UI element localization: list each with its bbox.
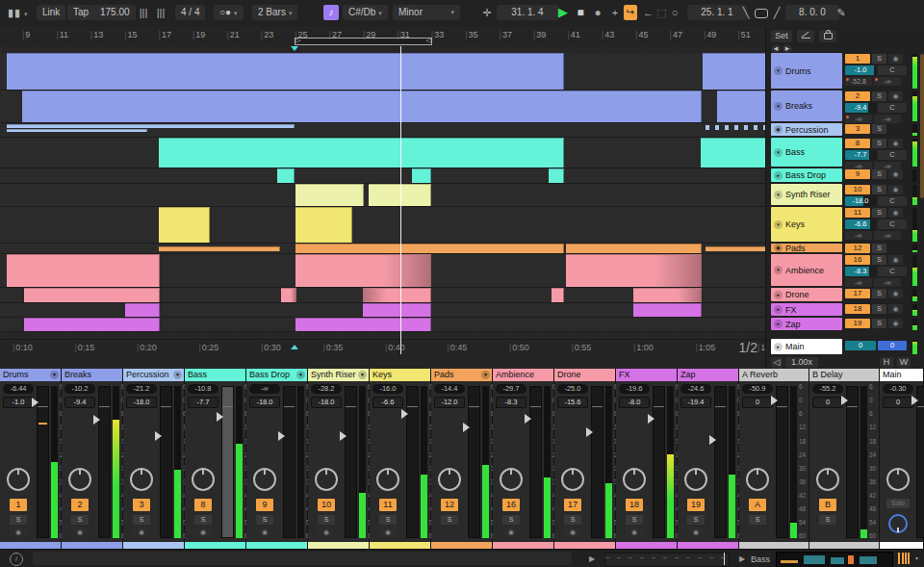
fold-icon[interactable]: ◉: [774, 244, 783, 252]
track-header-synth-riser[interactable]: ▾Synth Riser10S◉-18.0C: [766, 184, 924, 206]
clip[interactable]: [93, 90, 160, 122]
volume-slider[interactable]: -9.4: [845, 103, 876, 113]
clip[interactable]: [7, 254, 160, 287]
clip[interactable]: [7, 53, 23, 90]
clip[interactable]: [633, 90, 702, 122]
solo-button[interactable]: S: [379, 515, 397, 525]
fader-handle[interactable]: [648, 414, 654, 424]
clip[interactable]: [549, 168, 564, 183]
track-activator-button[interactable]: 1: [845, 54, 870, 64]
draw-box-icon[interactable]: ⬚: [656, 5, 666, 20]
track-activator-button[interactable]: 12: [845, 244, 870, 253]
clip[interactable]: [717, 90, 766, 122]
mixer-track-title[interactable]: Bass: [185, 369, 245, 381]
track-activator-button[interactable]: 2: [71, 499, 89, 511]
pan-knob[interactable]: [561, 468, 584, 491]
fold-icon[interactable]: ▼: [173, 371, 182, 379]
fader-handle[interactable]: [771, 396, 778, 405]
play-button[interactable]: ▶: [556, 5, 570, 20]
clip[interactable]: [24, 288, 160, 302]
pan-knob[interactable]: [192, 468, 215, 491]
peak-level-field[interactable]: -16.0: [372, 384, 403, 394]
track-name[interactable]: ◉Pads: [771, 244, 842, 252]
fader-handle[interactable]: [401, 409, 408, 419]
peak-level-field[interactable]: -24.6: [680, 384, 711, 394]
volume-fader[interactable]: [591, 386, 603, 538]
track-activator-button[interactable]: 3: [133, 499, 150, 511]
volume-fader[interactable]: [283, 386, 295, 538]
arm-monitor-button[interactable]: ◉: [888, 319, 903, 328]
arm-monitor-button[interactable]: ◉: [888, 304, 903, 314]
fader-handle[interactable]: [93, 415, 100, 425]
main-solo-button[interactable]: Solo: [886, 499, 910, 508]
pan-knob[interactable]: [886, 468, 910, 491]
track-name[interactable]: ◉Percussion: [771, 123, 842, 136]
volume-field[interactable]: -15.6: [557, 397, 588, 408]
volume-fader[interactable]: [714, 386, 727, 538]
fold-icon[interactable]: ▼: [481, 371, 490, 379]
mixer-track-title[interactable]: Bass Drop▼: [246, 369, 307, 381]
clip-overview-strip[interactable]: [604, 553, 730, 567]
mixer-track-title[interactable]: Breaks: [62, 369, 122, 381]
clip-overview-toggle-icon[interactable]: ▶: [589, 554, 595, 563]
track-lane-bass-drop[interactable]: [0, 168, 765, 184]
solo-button[interactable]: S: [872, 185, 886, 194]
peak-level-field[interactable]: -10.8: [188, 384, 218, 394]
track-activator-button[interactable]: A: [749, 499, 766, 511]
volume-fader[interactable]: [776, 386, 788, 538]
volume-slider[interactable]: -7.7: [845, 150, 876, 160]
track-lane-drone[interactable]: [0, 288, 765, 303]
fold-icon[interactable]: ◉: [774, 125, 783, 134]
main-volume-slider[interactable]: 0: [845, 341, 876, 350]
track-lane-keys[interactable]: [0, 207, 765, 244]
stop-button[interactable]: ■: [574, 5, 587, 20]
arm-monitor-button[interactable]: ◉: [687, 528, 705, 537]
solo-button[interactable]: S: [872, 289, 886, 298]
volume-slider[interactable]: -6.6: [845, 219, 876, 229]
fader-handle[interactable]: [278, 431, 285, 441]
solo-button[interactable]: S: [872, 91, 886, 101]
clip[interactable]: [363, 303, 431, 317]
fold-icon[interactable]: ▼: [358, 371, 367, 379]
clip[interactable]: [295, 254, 431, 287]
arm-monitor-button[interactable]: ◉: [888, 54, 903, 64]
track-name[interactable]: ▾Drums: [771, 53, 842, 89]
arm-monitor-button[interactable]: ◉: [564, 528, 581, 537]
clip[interactable]: [22, 90, 94, 122]
arm-monitor-button[interactable]: ◉: [888, 139, 903, 148]
solo-button[interactable]: S: [687, 515, 705, 525]
track-activator-button[interactable]: 10: [845, 185, 870, 194]
scale-name-menu[interactable]: Minor▾: [393, 5, 460, 20]
send-slider[interactable]: -∞: [845, 278, 872, 287]
status-dropdown-icon[interactable]: ▾: [915, 554, 918, 561]
track-name[interactable]: ▾Synth Riser: [771, 184, 842, 205]
clip[interactable]: [339, 138, 564, 168]
peak-level-field[interactable]: -28.2: [311, 384, 342, 394]
pan-knob[interactable]: [500, 468, 523, 491]
mixer-track-title[interactable]: Synth Riser▼: [308, 369, 369, 381]
metronome-button[interactable]: ○●▾: [214, 5, 244, 20]
solo-button[interactable]: S: [872, 319, 886, 328]
fader-handle[interactable]: [340, 431, 346, 441]
clip[interactable]: [633, 288, 702, 302]
peak-level-field[interactable]: -29.7: [496, 384, 526, 394]
arm-monitor-button[interactable]: ◉: [502, 528, 520, 537]
track-lane-bass[interactable]: [0, 138, 765, 168]
clip[interactable]: [7, 124, 295, 128]
prev-marker-button[interactable]: ◂: [771, 44, 781, 53]
solo-button[interactable]: S: [502, 515, 520, 525]
track-name[interactable]: ▸Bass Drop: [771, 168, 842, 182]
solo-button[interactable]: S: [10, 515, 27, 525]
track-lane-percussion[interactable]: [0, 123, 765, 138]
fold-icon[interactable]: ▾: [774, 66, 783, 75]
track-header-keys[interactable]: ▾Keys11S◉-6.6C-∞-∞: [766, 207, 924, 243]
pan-dial[interactable]: C: [878, 150, 907, 160]
bar-ruler[interactable]: |9|11|13|15|17|19|21|23|25|27|29|31|33|3…: [0, 27, 765, 47]
volume-field[interactable]: -19.4: [680, 397, 711, 408]
peak-level-field[interactable]: -6.44: [3, 384, 34, 394]
pan-dial[interactable]: C: [878, 65, 907, 75]
arm-monitor-button[interactable]: ◉: [888, 208, 903, 218]
clip[interactable]: [706, 246, 766, 251]
volume-fader[interactable]: [98, 386, 111, 538]
track-lane-breaks[interactable]: [0, 90, 765, 123]
